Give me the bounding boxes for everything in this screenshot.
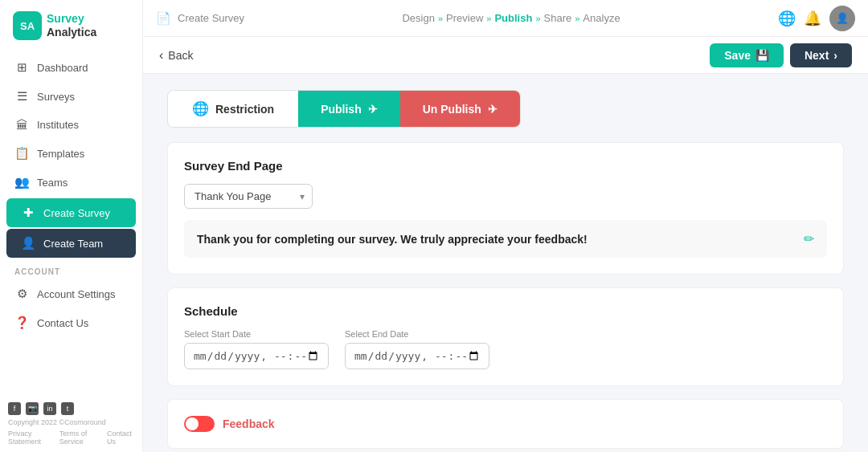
facebook-icon[interactable]: f [8,402,21,415]
user-avatar[interactable]: 👤 [829,6,855,31]
chevron-1: » [438,14,443,23]
feedback-card: Feedback [167,399,844,449]
feedback-row: Feedback [184,416,827,432]
restriction-tab-icon: 🌐 [192,100,209,117]
toggle-slider [184,416,215,432]
chevron-4: » [575,14,579,23]
sidebar-nav: ⊞ Dashboard ☰ Surveys 🏛 Institutes 📋 Tem… [0,48,142,396]
tab-bar: 🌐 Restriction Publish ✈ Un Publish ✈ [167,90,521,128]
contact-icon: ❓ [14,316,29,330]
back-button[interactable]: ‹ Back [159,48,193,63]
sidebar-item-account-settings[interactable]: ⚙ Account Settings [0,279,142,308]
step-preview[interactable]: Preview [446,12,483,24]
create-survey-breadcrumb: 📄 Create Survey [156,11,244,26]
templates-icon: 📋 [14,146,29,161]
publish-icon: ✈ [368,103,378,116]
chevron-2: » [486,14,491,23]
social-links: f 📷 in t [8,402,134,415]
sidebar-item-dashboard[interactable]: ⊞ Dashboard [0,53,142,82]
twitter-icon[interactable]: t [61,402,74,415]
create-survey-icon: ✚ [21,206,35,220]
teams-icon: 👥 [14,175,29,189]
sidebar-item-surveys[interactable]: ☰ Surveys [0,82,142,111]
settings-icon: ⚙ [14,287,29,301]
next-arrow-icon: › [833,49,837,62]
thank-you-box: Thank you for completing our survey. We … [184,220,827,258]
logo-icon: SA [13,11,42,40]
start-date-group: Select Start Date [184,329,329,369]
account-section-label: ACCOUNT [0,259,142,279]
copyright-text: Copyright 2022 ©Cosmoround [8,418,134,426]
file-icon: 📄 [156,11,171,26]
sidebar-item-create-team[interactable]: 👤 Create Team [6,229,136,258]
breadcrumb-steps: Design » Preview » Publish » Share » Ana… [251,12,772,24]
step-share[interactable]: Share [544,12,572,24]
top-nav: 📄 Create Survey Design » Preview » Publi… [143,0,868,37]
tab-unpublish[interactable]: Un Publish ✈ [400,91,520,127]
end-date-group: Select End Date [345,329,489,369]
end-page-select[interactable]: Thank You Page Custom URL [184,184,313,209]
end-page-select-wrap: Thank You Page Custom URL [184,184,313,209]
back-arrow-icon: ‹ [159,48,163,63]
page-content: 🌐 Restriction Publish ✈ Un Publish ✈ Sur… [143,74,868,452]
footer-links: Privacy Statement Terms of Service Conta… [8,430,134,446]
end-date-input[interactable] [345,343,489,369]
sidebar-item-institutes[interactable]: 🏛 Institutes [0,111,142,139]
start-date-input[interactable] [184,343,329,369]
terms-link[interactable]: Terms of Service [59,430,100,446]
sidebar-item-contact-us[interactable]: ❓ Contact Us [0,308,142,337]
top-nav-right: 🌐 🔔 👤 [778,6,855,31]
chevron-3: » [535,14,540,23]
save-icon: 💾 [755,49,769,62]
end-date-label: Select End Date [345,329,489,339]
edit-thank-you-icon[interactable]: ✏ [804,231,814,246]
privacy-link[interactable]: Privacy Statement [8,430,53,446]
start-date-label: Select Start Date [184,329,329,339]
dashboard-icon: ⊞ [14,60,29,75]
institutes-icon: 🏛 [14,118,29,132]
schedule-fields: Select Start Date Select End Date [184,329,827,369]
logo: SA Survey Analytica [0,0,142,48]
contact-link[interactable]: Contact Us [107,430,134,446]
main-content: 📄 Create Survey Design » Preview » Publi… [143,0,868,452]
schedule-card: Schedule Select Start Date Select End Da… [167,287,844,386]
sub-nav: ‹ Back Save 💾 Next › [143,37,868,74]
schedule-title: Schedule [184,304,827,318]
linkedin-icon[interactable]: in [43,402,56,415]
survey-end-page-title: Survey End Page [184,159,827,173]
tab-publish[interactable]: Publish ✈ [298,91,400,127]
thank-you-text: Thank you for completing our survey. We … [197,233,804,246]
create-team-icon: 👤 [21,236,35,250]
notification-button[interactable]: 🔔 [804,10,821,27]
sidebar-item-templates[interactable]: 📋 Templates [0,139,142,168]
sidebar: SA Survey Analytica ⊞ Dashboard ☰ Survey… [0,0,143,452]
save-button[interactable]: Save 💾 [710,43,784,67]
surveys-icon: ☰ [14,89,29,104]
unpublish-icon: ✈ [488,103,497,116]
step-design[interactable]: Design [402,12,434,24]
logo-text: Survey Analytica [47,12,96,39]
sub-nav-actions: Save 💾 Next › [710,43,852,67]
feedback-label: Feedback [223,417,275,430]
instagram-icon[interactable]: 📷 [26,402,39,415]
tab-restriction[interactable]: 🌐 Restriction [168,91,298,127]
step-analyze[interactable]: Analyze [583,12,620,24]
sidebar-item-create-survey[interactable]: ✚ Create Survey [6,198,136,227]
feedback-toggle[interactable] [184,416,215,432]
globe-button[interactable]: 🌐 [778,10,796,27]
next-button[interactable]: Next › [790,43,852,67]
survey-end-page-card: Survey End Page Thank You Page Custom UR… [167,142,844,275]
sidebar-footer: f 📷 in t Copyright 2022 ©Cosmoround Priv… [0,396,142,452]
step-publish[interactable]: Publish [494,12,532,24]
sidebar-item-teams[interactable]: 👥 Teams [0,168,142,197]
